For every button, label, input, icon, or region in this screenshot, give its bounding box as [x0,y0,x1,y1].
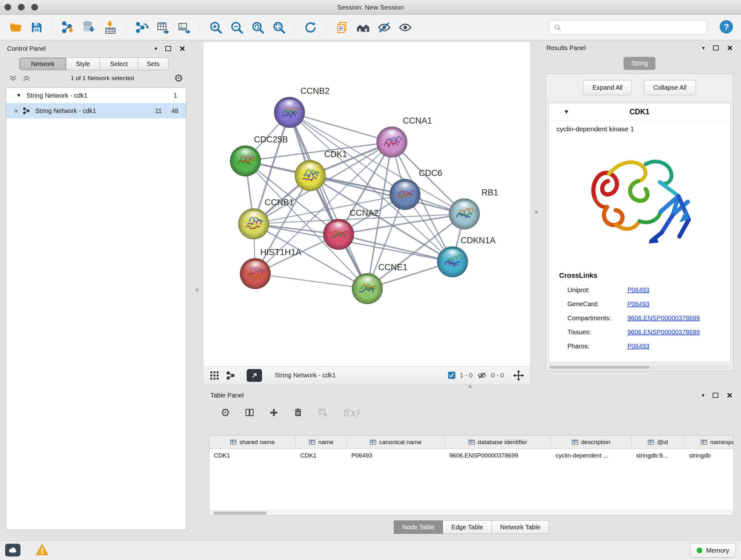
zoom-fit-button[interactable] [249,18,266,37]
expand-all-networks-icon[interactable] [22,75,30,82]
panel-float-icon[interactable] [165,46,171,51]
crosslink-uniprot-link[interactable]: P06493 [627,287,650,294]
hide-selected-button[interactable] [376,18,393,37]
network-node-CCNE1[interactable]: CCNE1 [352,262,408,304]
import-table-button[interactable] [102,18,119,37]
protein-name: CDK1 [549,108,730,116]
column-header-shared-name[interactable]: shared name [209,435,296,449]
table-horizontal-scrollbar[interactable] [209,510,733,515]
crosslink-compartments-link[interactable]: 9606.ENSP00000378699 [627,314,700,322]
open-session-button[interactable] [7,18,24,37]
network-view-share-icon[interactable] [226,370,236,381]
network-edge[interactable] [289,112,367,289]
protein-collapse-icon[interactable]: ▼ [563,109,569,115]
panel-collapse-icon[interactable]: ▾ [702,45,705,51]
save-session-button[interactable] [28,18,45,37]
search-input[interactable] [564,23,702,31]
crosslink-pharos-link[interactable]: P06493 [627,343,650,350]
splitter-handle-horizontal[interactable] [468,385,472,388]
panel-float-icon[interactable] [713,45,719,51]
selected-checkbox-icon[interactable] [448,372,455,379]
column-header-name[interactable]: name [296,435,347,449]
scrollbar-thumb[interactable] [549,366,650,369]
eye-icon [398,20,412,35]
panel-collapse-icon[interactable]: ▾ [702,392,704,399]
delete-table-icon-disabled[interactable] [318,408,328,418]
results-scrollbar[interactable] [549,365,731,369]
search-box[interactable] [549,20,707,35]
zoom-selected-button[interactable] [270,18,287,37]
import-network-file-button[interactable] [60,18,77,37]
column-header-description[interactable]: description [551,435,631,449]
protein-card-header[interactable]: ▼ CDK1 [549,104,730,121]
zoom-in-button[interactable] [207,18,224,37]
tab-edge-table[interactable]: Edge Table [443,520,492,534]
tree-collapse-icon[interactable]: ▼ [16,92,21,98]
window-minimize-button[interactable] [18,4,24,10]
collapse-all-networks-icon[interactable] [9,75,17,82]
table-settings-gear-icon[interactable]: ⚙ [220,406,230,419]
string-results-tab[interactable]: String [623,57,656,70]
network-node-CCNA1[interactable]: CCNA1 [377,116,432,158]
import-network-database-button[interactable] [81,18,98,37]
splitter-handle-vertical[interactable] [535,211,538,214]
column-header-database-identifier[interactable]: database identifier [445,435,551,449]
scrollbar-thumb[interactable] [213,511,267,515]
detach-view-button[interactable] [247,369,262,382]
refresh-button[interactable] [302,18,319,37]
session-home-button[interactable] [354,18,372,37]
crosslink-tissues-link[interactable]: 9606.ENSP00000378699 [627,328,700,336]
select-columns-icon[interactable] [245,408,254,417]
help-button[interactable]: ? [719,19,734,36]
crosslink-genecard-link[interactable]: P06493 [627,300,650,308]
panel-close-icon[interactable]: × [727,43,733,53]
crosslink-row: Tissues: 9606.ENSP00000378699 [549,328,730,336]
show-graphics-details-button[interactable] [397,18,414,37]
network-node-RB1[interactable]: RB1 [449,188,498,229]
window-close-button[interactable] [4,4,11,10]
export-table-button[interactable] [154,18,172,37]
network-node-HIST1H1A[interactable]: HIST1H1A [240,247,301,289]
function-builder-icon-disabled[interactable]: f(x) [342,407,359,418]
column-table-icon [701,440,707,445]
window-zoom-button[interactable] [31,4,38,10]
splitter-handle-vertical[interactable] [195,288,199,292]
cloud-button[interactable] [5,544,20,557]
add-column-icon[interactable] [269,408,279,417]
tab-node-table[interactable]: Node Table [394,520,443,534]
tab-network-table[interactable]: Network Table [492,520,549,534]
network-edge[interactable] [255,273,367,289]
tab-select[interactable]: Select [100,57,138,70]
network-edge[interactable] [289,112,392,142]
network-options-gear-icon[interactable]: ⚙ [174,73,183,83]
network-graph[interactable]: CCNB2CCNA1CDC25BCDK1CDC6RB1CCNB1CCNA2CDK… [203,42,530,366]
column-header-namespace[interactable]: namespace [684,435,734,449]
network-row-selected[interactable]: String Network - cdk1 11 48 [6,103,186,118]
column-header-id[interactable]: @id [631,435,684,449]
network-collection-row[interactable]: ▼ String Network - cdk1 1 [6,88,186,103]
expand-all-button[interactable]: Expand All [583,80,632,95]
panel-close-icon[interactable]: × [179,44,185,53]
network-node-CDKN1A[interactable]: CDKN1A [437,236,495,277]
collapse-all-button[interactable]: Collapse All [644,80,696,95]
memory-button[interactable]: Memory [690,543,736,558]
tab-style[interactable]: Style [66,57,100,70]
export-image-button[interactable] [176,18,193,37]
grid-view-icon[interactable] [209,370,220,381]
zoom-out-button[interactable] [228,18,246,37]
delete-column-trash-icon[interactable] [293,408,303,417]
column-header-canonical-name[interactable]: canonical name [347,435,445,449]
pan-mode-icon[interactable] [513,370,524,381]
network-node-CDC25B[interactable]: CDC25B [230,135,288,176]
table-row[interactable]: CDK1 CDK1 P06493 9606.ENSP00000378699 cy… [209,449,733,462]
panel-collapse-icon[interactable]: ▾ [154,45,157,52]
panel-close-icon[interactable]: × [727,390,732,400]
export-network-button[interactable] [133,18,151,37]
network-edge[interactable] [339,234,453,262]
tab-network[interactable]: Network [19,57,66,70]
warning-button[interactable] [36,544,49,557]
network-canvas[interactable]: CCNB2CCNA1CDC25BCDK1CDC6RB1CCNB1CCNA2CDK… [203,42,530,366]
clone-network-button[interactable] [333,18,351,37]
tab-sets[interactable]: Sets [138,57,169,70]
panel-float-icon[interactable] [713,393,718,398]
